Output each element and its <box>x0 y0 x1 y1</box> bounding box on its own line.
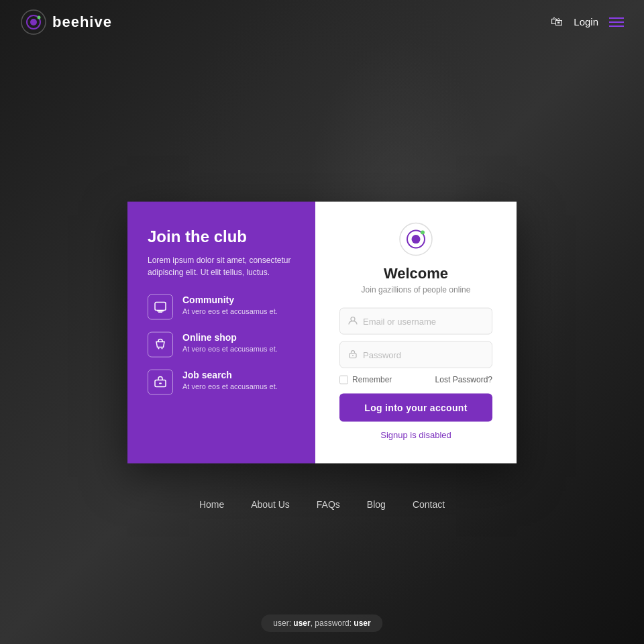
lost-password-link[interactable]: Lost Password? <box>435 375 492 384</box>
welcome-title: Welcome <box>384 265 448 282</box>
community-subtitle: At vero eos et accusamus et. <box>182 307 295 315</box>
hamburger-menu[interactable] <box>609 17 624 27</box>
left-panel: Join the club Lorem ipsum dolor sit amet… <box>127 202 315 464</box>
shop-icon <box>154 339 166 351</box>
footer-link-blog[interactable]: Blog <box>367 499 386 510</box>
feature-shop: Online shop At vero eos et accusamus et. <box>148 332 295 358</box>
remember-label[interactable]: Remember <box>339 375 392 384</box>
remember-row: Remember Lost Password? <box>339 375 492 384</box>
feature-job: Job search At vero eos et accusamus et. <box>148 370 295 395</box>
creds-password: user <box>354 619 370 628</box>
shop-title: Online shop <box>182 332 295 343</box>
svg-point-2 <box>30 19 37 25</box>
hamburger-line-3 <box>609 25 624 27</box>
nav-login-button[interactable]: Login <box>574 16 598 28</box>
email-input[interactable] <box>363 316 484 326</box>
right-panel: Welcome Join gazillions of people online <box>315 202 517 464</box>
welcome-subtitle: Join gazillions of people online <box>362 285 471 294</box>
community-text: Community At vero eos et accusamus et. <box>182 294 295 315</box>
login-button[interactable]: Log into your account <box>339 394 492 422</box>
footer-link-faqs[interactable]: FAQs <box>317 499 340 510</box>
shop-icon-box <box>148 332 173 358</box>
creds-username: user <box>293 619 310 628</box>
svg-rect-5 <box>157 311 164 312</box>
password-input[interactable] <box>363 350 484 360</box>
login-logo <box>398 222 433 257</box>
user-icon <box>348 315 358 327</box>
cart-icon[interactable]: 🛍 <box>551 15 563 29</box>
password-input-group <box>339 341 492 368</box>
hamburger-line-2 <box>609 21 624 23</box>
modal: Join the club Lorem ipsum dolor sit amet… <box>127 202 517 464</box>
brand-name: beehive <box>52 13 112 31</box>
svg-point-15 <box>351 317 355 321</box>
footer-link-contact[interactable]: Contact <box>413 499 445 510</box>
community-icon-box <box>148 294 173 320</box>
navbar: beehive 🛍 Login <box>0 0 644 44</box>
job-icon-box <box>148 370 173 395</box>
remember-text: Remember <box>352 375 392 384</box>
svg-point-8 <box>162 348 163 350</box>
footer-nav: Home About Us FAQs Blog Contact <box>0 499 644 510</box>
community-title: Community <box>182 294 295 305</box>
job-icon <box>154 376 166 388</box>
svg-point-14 <box>421 231 425 235</box>
community-icon <box>154 301 166 313</box>
left-panel-title: Join the club <box>148 227 295 246</box>
hamburger-line-1 <box>609 17 624 19</box>
footer-link-about[interactable]: About Us <box>251 499 290 510</box>
shop-subtitle: At vero eos et accusamus et. <box>182 345 295 353</box>
brand-logo <box>20 9 47 36</box>
footer-link-home[interactable]: Home <box>199 499 224 510</box>
svg-rect-10 <box>159 383 162 384</box>
left-panel-description: Lorem ipsum dolor sit amet, consectetur … <box>148 254 295 278</box>
job-title: Job search <box>182 370 295 380</box>
feature-community: Community At vero eos et accusamus et. <box>148 294 295 320</box>
credentials-bar: user: user, password: user <box>261 614 382 632</box>
email-input-group <box>339 308 492 335</box>
svg-rect-4 <box>155 303 166 311</box>
job-text: Job search At vero eos et accusamus et. <box>182 370 295 390</box>
signup-link[interactable]: Signup is disabled <box>380 430 451 440</box>
brand: beehive <box>20 9 112 36</box>
job-subtitle: At vero eos et accusamus et. <box>182 382 295 390</box>
svg-point-7 <box>158 348 160 350</box>
remember-checkbox[interactable] <box>339 375 348 384</box>
shop-text: Online shop At vero eos et accusamus et. <box>182 332 295 353</box>
svg-point-17 <box>352 355 354 356</box>
password-icon <box>348 349 358 360</box>
svg-point-13 <box>412 235 421 244</box>
svg-point-3 <box>38 15 41 19</box>
svg-rect-6 <box>158 312 162 313</box>
navbar-right: 🛍 Login <box>551 15 624 29</box>
